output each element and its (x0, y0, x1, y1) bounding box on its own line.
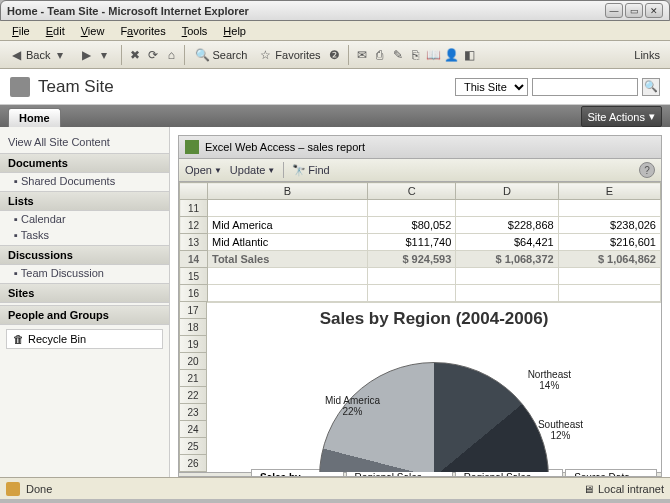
excel-icon (185, 140, 199, 154)
row-11[interactable]: 11 (180, 200, 661, 217)
find-button[interactable]: 🔭Find (292, 164, 329, 177)
nav-calendar[interactable]: ▪ Calendar (0, 211, 169, 227)
minimize-button[interactable]: — (605, 3, 623, 18)
site-logo-icon (10, 77, 30, 97)
close-button[interactable]: ✕ (645, 3, 663, 18)
row-16[interactable]: 16 (180, 285, 661, 302)
search-button[interactable]: 🔍Search (190, 45, 251, 65)
col-b[interactable]: B (208, 183, 368, 200)
row-headers: 17181920212223242526 (179, 302, 207, 472)
update-menu[interactable]: Update▼ (230, 164, 275, 176)
view-all-content[interactable]: View All Site Content (0, 133, 169, 151)
tab-home[interactable]: Home (8, 108, 61, 127)
nav-header-documents[interactable]: Documents (0, 153, 169, 173)
chart-title: Sales by Region (2004-2006) (207, 303, 661, 335)
mail-icon[interactable]: ✉ (354, 47, 370, 63)
forward-icon: ▶ (78, 47, 94, 63)
embedded-chart: Sales by Region (2004-2006) Northeast14%… (207, 302, 661, 472)
favorites-button[interactable]: ☆Favorites (253, 45, 324, 65)
status-text: Done (26, 483, 52, 495)
star-icon: ☆ (257, 47, 273, 63)
row-15[interactable]: 15 (180, 268, 661, 285)
nav-header-sites[interactable]: Sites (0, 283, 169, 303)
status-bar: Done 🖥 Local intranet (0, 477, 670, 499)
help-button[interactable]: ? (639, 162, 655, 178)
ewa-toolbar: Open▼ Update▼ 🔭Find ? (178, 159, 662, 182)
menu-edit[interactable]: Edit (38, 23, 73, 39)
nav-header-lists[interactable]: Lists (0, 191, 169, 211)
binoculars-icon: 🔭 (292, 164, 306, 177)
webpart-title: Excel Web Access – sales report (205, 141, 365, 153)
ie-toolbar: ◀Back▾ ▶▾ ✖ ⟳ ⌂ 🔍Search ☆Favorites ❷ ✉ ⎙… (0, 41, 670, 69)
sheet-tab-bar: ⏮ ◀ ▶ ⏭ Sales by Region Regional Sales P… (179, 472, 661, 477)
nav-shared-documents[interactable]: ▪ Shared Documents (0, 173, 169, 189)
window-title: Home - Team Site - Microsoft Internet Ex… (7, 5, 605, 17)
stop-icon[interactable]: ✖ (127, 47, 143, 63)
print-icon[interactable]: ⎙ (372, 47, 388, 63)
nav-team-discussion[interactable]: ▪ Team Discussion (0, 265, 169, 281)
row-total[interactable]: 14Total Sales$ 924,593$ 1,068,372$ 1,064… (180, 251, 661, 268)
magnifier-icon: 🔍 (644, 80, 658, 93)
recycle-icon: 🗑 (13, 333, 24, 345)
menu-tools[interactable]: Tools (174, 23, 216, 39)
discuss-icon[interactable]: ⎘ (408, 47, 424, 63)
security-zone: 🖥 Local intranet (583, 483, 664, 495)
edit-icon[interactable]: ✎ (390, 47, 406, 63)
site-actions-button[interactable]: Site Actions▾ (581, 106, 662, 127)
menu-help[interactable]: Help (215, 23, 254, 39)
col-e[interactable]: E (558, 183, 660, 200)
open-menu[interactable]: Open▼ (185, 164, 222, 176)
home-icon[interactable]: ⌂ (163, 47, 179, 63)
menu-file[interactable]: File (4, 23, 38, 39)
col-d[interactable]: D (456, 183, 558, 200)
menu-bar: File Edit View Favorites Tools Help (0, 21, 670, 41)
nav-tasks[interactable]: ▪ Tasks (0, 227, 169, 243)
quick-launch: View All Site Content Documents ▪ Shared… (0, 127, 170, 477)
menu-view[interactable]: View (73, 23, 113, 39)
search-scope[interactable]: This Site (455, 78, 528, 96)
extra-icon[interactable]: ◧ (462, 47, 478, 63)
search-go-button[interactable]: 🔍 (642, 78, 660, 96)
col-c[interactable]: C (368, 183, 456, 200)
search-input[interactable] (532, 78, 638, 96)
webpart-title-bar: Excel Web Access – sales report (178, 135, 662, 159)
links-label[interactable]: Links (628, 49, 666, 61)
search-icon: 🔍 (194, 47, 210, 63)
messenger-icon[interactable]: 👤 (444, 47, 460, 63)
page-icon (6, 482, 20, 496)
nav-header-people[interactable]: People and Groups (0, 305, 169, 325)
pie-label-midamerica: Mid America22% (325, 395, 380, 417)
research-icon[interactable]: 📖 (426, 47, 442, 63)
pie-label-northeast: Northeast14% (528, 369, 571, 391)
refresh-icon[interactable]: ⟳ (145, 47, 161, 63)
pie-label-southeast: Southeast12% (538, 419, 583, 441)
row-12[interactable]: 12Mid America$80,052$228,868$238,026 (180, 217, 661, 234)
recycle-bin[interactable]: 🗑Recycle Bin (6, 329, 163, 349)
menu-favorites[interactable]: Favorites (112, 23, 173, 39)
chevron-down-icon: ▾ (649, 110, 655, 123)
site-name: Team Site (38, 77, 447, 97)
row-13[interactable]: 13Mid Atlantic$111,740$64,421$216,601 (180, 234, 661, 251)
back-button[interactable]: ◀Back▾ (4, 45, 72, 65)
maximize-button[interactable]: ▭ (625, 3, 643, 18)
forward-button[interactable]: ▶▾ (74, 45, 116, 65)
intranet-icon: 🖥 (583, 483, 594, 495)
back-icon: ◀ (8, 47, 24, 63)
spreadsheet-grid[interactable]: B C D E 11 12Mid America$80,052$228,868$… (179, 182, 661, 302)
history-icon[interactable]: ❷ (327, 47, 343, 63)
pie-chart (319, 362, 549, 472)
nav-header-discussions[interactable]: Discussions (0, 245, 169, 265)
